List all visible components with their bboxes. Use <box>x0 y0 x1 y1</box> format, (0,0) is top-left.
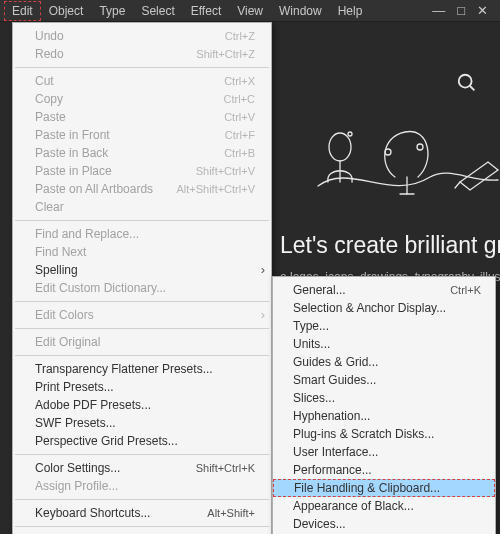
menu-effect[interactable]: Effect <box>183 1 229 21</box>
menu-item-shortcut: Alt+Shift+Ctrl+V <box>176 182 255 196</box>
svg-point-4 <box>348 132 352 136</box>
edit-item-separator <box>15 328 269 329</box>
edit-item-swf-presets[interactable]: SWF Presets... <box>13 414 271 432</box>
menu-object[interactable]: Object <box>41 1 92 21</box>
menu-item-label: File Handling & Clipboard... <box>294 481 440 495</box>
pref-item-slices[interactable]: Slices... <box>273 389 495 407</box>
pref-item-general[interactable]: General...Ctrl+K <box>273 281 495 299</box>
edit-item-find-and-replace: Find and Replace... <box>13 225 271 243</box>
edit-item-redo: RedoShift+Ctrl+Z <box>13 45 271 63</box>
menu-select[interactable]: Select <box>133 1 182 21</box>
edit-item-print-presets[interactable]: Print Presets... <box>13 378 271 396</box>
menu-item-shortcut: Ctrl+F <box>225 128 255 142</box>
edit-item-color-settings[interactable]: Color Settings...Shift+Ctrl+K <box>13 459 271 477</box>
minimize-button[interactable]: — <box>432 3 445 18</box>
menu-help[interactable]: Help <box>330 1 371 21</box>
menu-item-label: Find Next <box>35 245 86 259</box>
menu-item-label: Performance... <box>293 463 372 477</box>
welcome-headline: Let's create brilliant grap <box>280 232 500 259</box>
menu-item-label: Paste in Back <box>35 146 108 160</box>
menu-item-label: Edit Custom Dictionary... <box>35 281 166 295</box>
edit-item-separator <box>15 301 269 302</box>
edit-item-find-next: Find Next <box>13 243 271 261</box>
menu-item-label: Hyphenation... <box>293 409 370 423</box>
pref-item-plug-ins-scratch-disks[interactable]: Plug-ins & Scratch Disks... <box>273 425 495 443</box>
pref-item-selection-anchor-display[interactable]: Selection & Anchor Display... <box>273 299 495 317</box>
edit-item-adobe-pdf-presets[interactable]: Adobe PDF Presets... <box>13 396 271 414</box>
window-controls: — □ ✕ <box>432 3 500 18</box>
edit-item-separator <box>15 355 269 356</box>
menu-view[interactable]: View <box>229 1 271 21</box>
edit-item-cut: CutCtrl+X <box>13 72 271 90</box>
menu-item-label: Print Presets... <box>35 380 114 394</box>
pref-item-user-interface[interactable]: User Interface... <box>273 443 495 461</box>
menu-item-shortcut: Shift+Ctrl+V <box>196 164 255 178</box>
svg-line-9 <box>455 182 460 188</box>
search-icon[interactable] <box>456 72 478 97</box>
pref-item-units[interactable]: Units... <box>273 335 495 353</box>
edit-item-spelling[interactable]: Spelling <box>13 261 271 279</box>
menu-item-label: Appearance of Black... <box>293 499 414 513</box>
menu-item-label: Adobe PDF Presets... <box>35 398 151 412</box>
edit-item-clear: Clear <box>13 198 271 216</box>
menu-item-label: Paste <box>35 110 66 124</box>
menu-item-shortcut: Shift+Ctrl+Z <box>196 47 255 61</box>
menu-item-label: Slices... <box>293 391 335 405</box>
pref-item-file-handling-clipboard[interactable]: File Handling & Clipboard... <box>273 479 495 497</box>
menu-edit[interactable]: Edit <box>4 1 41 21</box>
pref-item-type[interactable]: Type... <box>273 317 495 335</box>
menu-item-label: Spelling <box>35 263 78 277</box>
menu-item-label: Paste in Place <box>35 164 112 178</box>
menu-item-label: Cut <box>35 74 54 88</box>
menu-item-label: Devices... <box>293 517 346 531</box>
close-button[interactable]: ✕ <box>477 3 488 18</box>
pref-item-hyphenation[interactable]: Hyphenation... <box>273 407 495 425</box>
menu-window[interactable]: Window <box>271 1 330 21</box>
svg-point-0 <box>459 75 472 88</box>
svg-line-1 <box>470 86 475 91</box>
menu-type[interactable]: Type <box>91 1 133 21</box>
menu-item-label: Paste in Front <box>35 128 110 142</box>
edit-item-copy: CopyCtrl+C <box>13 90 271 108</box>
edit-item-separator <box>15 67 269 68</box>
edit-item-paste: PasteCtrl+V <box>13 108 271 126</box>
edit-item-paste-in-place: Paste in PlaceShift+Ctrl+V <box>13 162 271 180</box>
edit-item-edit-colors: Edit Colors <box>13 306 271 324</box>
menubar: Edit Object Type Select Effect View Wind… <box>0 0 500 22</box>
menu-item-label: Keyboard Shortcuts... <box>35 506 150 520</box>
edit-dropdown: UndoCtrl+ZRedoShift+Ctrl+ZCutCtrl+XCopyC… <box>12 22 272 534</box>
pref-item-guides-grid[interactable]: Guides & Grid... <box>273 353 495 371</box>
menu-item-label: Edit Original <box>35 335 100 349</box>
menu-item-shortcut: Shift+Ctrl+K <box>196 461 255 475</box>
pref-item-appearance-of-black[interactable]: Appearance of Black... <box>273 497 495 515</box>
pref-item-smart-guides[interactable]: Smart Guides... <box>273 371 495 389</box>
edit-item-keyboard-shortcuts[interactable]: Keyboard Shortcuts...Alt+Shift+ <box>13 504 271 522</box>
menu-item-label: Clear <box>35 200 64 214</box>
menu-item-label: Edit Colors <box>35 308 94 322</box>
preferences-submenu: General...Ctrl+KSelection & Anchor Displ… <box>272 276 496 534</box>
pref-item-performance[interactable]: Performance... <box>273 461 495 479</box>
edit-item-assign-profile: Assign Profile... <box>13 477 271 495</box>
edit-item-separator <box>15 526 269 527</box>
edit-item-edit-custom-dictionary: Edit Custom Dictionary... <box>13 279 271 297</box>
menu-item-shortcut: Ctrl+Z <box>225 29 255 43</box>
menu-item-label: Color Settings... <box>35 461 120 475</box>
menu-item-shortcut: Ctrl+V <box>224 110 255 124</box>
menu-item-label: Guides & Grid... <box>293 355 378 369</box>
pref-item-devices[interactable]: Devices... <box>273 515 495 533</box>
menu-item-label: SWF Presets... <box>35 416 116 430</box>
edit-item-paste-on-all-artboards: Paste on All ArtboardsAlt+Shift+Ctrl+V <box>13 180 271 198</box>
maximize-button[interactable]: □ <box>457 3 465 18</box>
svg-point-8 <box>417 144 423 150</box>
menu-item-label: Find and Replace... <box>35 227 139 241</box>
menu-item-label: Perspective Grid Presets... <box>35 434 178 448</box>
edit-item-transparency-flattener-presets[interactable]: Transparency Flattener Presets... <box>13 360 271 378</box>
menu-item-label: User Interface... <box>293 445 378 459</box>
edit-item-separator <box>15 499 269 500</box>
menu-item-shortcut: Ctrl+C <box>224 92 255 106</box>
edit-item-paste-in-back: Paste in BackCtrl+B <box>13 144 271 162</box>
edit-item-perspective-grid-presets[interactable]: Perspective Grid Presets... <box>13 432 271 450</box>
menu-item-label: Smart Guides... <box>293 373 376 387</box>
menu-item-shortcut: Ctrl+B <box>224 146 255 160</box>
menu-item-label: Redo <box>35 47 64 61</box>
